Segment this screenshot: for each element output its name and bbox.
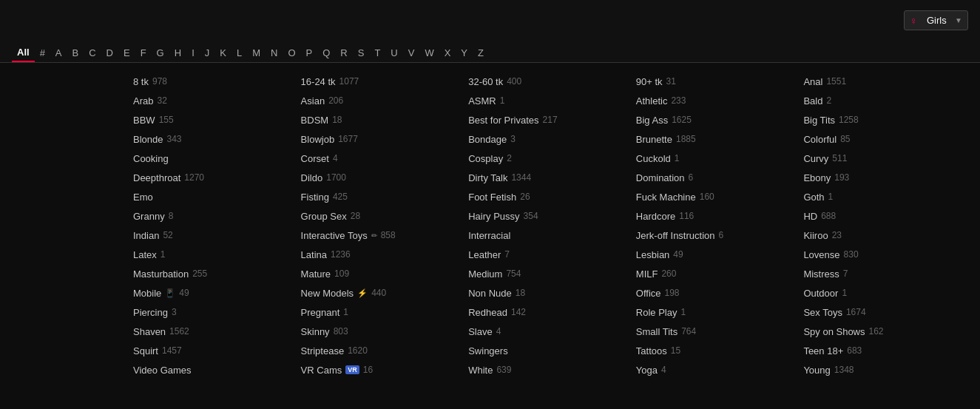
category-item[interactable]: Slave4 xyxy=(465,322,633,341)
category-item[interactable]: Arab32 xyxy=(130,91,298,110)
category-item[interactable]: Blowjob1677 xyxy=(298,129,466,149)
category-item[interactable]: Pregnant1 xyxy=(298,302,466,322)
category-item[interactable]: Blonde343 xyxy=(130,129,298,149)
alpha-nav-item-v[interactable]: V xyxy=(403,44,420,61)
alpha-nav-item-t[interactable]: T xyxy=(369,44,385,61)
alpha-nav-item-all[interactable]: All xyxy=(12,44,35,62)
category-item[interactable]: Latex1 xyxy=(130,245,298,264)
category-item[interactable]: Dildo1700 xyxy=(298,168,466,187)
category-item[interactable]: Asian206 xyxy=(298,91,466,110)
alpha-nav-item-g[interactable]: G xyxy=(152,44,169,61)
alpha-nav-item-z[interactable]: Z xyxy=(473,44,489,61)
category-item[interactable]: Mature109 xyxy=(298,264,466,283)
category-item[interactable]: Shaven1562 xyxy=(130,322,298,341)
category-item[interactable]: 16-24 tk1077 xyxy=(298,72,466,91)
category-item[interactable]: Hardcore116 xyxy=(633,206,801,226)
category-item[interactable]: Interracial xyxy=(465,226,633,245)
alpha-nav-item-b[interactable]: B xyxy=(67,44,84,61)
category-item[interactable]: 90+ tk31 xyxy=(633,72,801,91)
category-item[interactable]: Non Nude18 xyxy=(465,283,633,302)
category-item[interactable]: ASMR1 xyxy=(465,91,633,110)
category-item[interactable]: Anal1551 xyxy=(800,72,968,91)
category-item[interactable]: Medium754 xyxy=(465,264,633,283)
category-item[interactable]: Cosplay2 xyxy=(465,149,633,168)
category-item[interactable]: Skinny803 xyxy=(298,322,466,341)
category-item[interactable]: Video Games xyxy=(130,360,298,379)
alpha-nav-item-y[interactable]: Y xyxy=(456,44,473,61)
alpha-nav-item-w[interactable]: W xyxy=(419,44,439,61)
category-item[interactable]: 8 tk978 xyxy=(130,72,298,91)
category-item[interactable]: Big Ass1625 xyxy=(633,110,801,129)
alpha-nav-item-s[interactable]: S xyxy=(353,44,370,61)
category-item[interactable]: Bondage3 xyxy=(465,129,633,149)
alpha-nav-item-p[interactable]: P xyxy=(301,44,318,61)
category-item[interactable]: Outdoor1 xyxy=(800,283,968,302)
category-item[interactable]: Young1348 xyxy=(800,360,968,379)
category-item[interactable]: Emo xyxy=(130,187,298,206)
category-item[interactable]: Tattoos15 xyxy=(633,341,801,360)
category-item[interactable]: Ebony193 xyxy=(800,168,968,187)
category-item[interactable]: Mistress7 xyxy=(800,264,968,283)
category-item[interactable]: Latina1236 xyxy=(298,245,466,264)
category-item[interactable]: Group Sex28 xyxy=(298,206,466,226)
category-item[interactable]: MILF260 xyxy=(633,264,801,283)
alpha-nav-item-r[interactable]: R xyxy=(335,44,352,61)
category-item[interactable]: Teen 18+683 xyxy=(800,341,968,360)
category-item[interactable]: 32-60 tk400 xyxy=(465,72,633,91)
category-item[interactable]: Kiiroo23 xyxy=(800,226,968,245)
category-item[interactable]: Corset4 xyxy=(298,149,466,168)
alpha-nav-item-f[interactable]: F xyxy=(135,44,152,61)
alpha-nav-item-o[interactable]: O xyxy=(283,44,300,61)
category-item[interactable]: BDSM18 xyxy=(298,110,466,129)
alpha-nav-item-e[interactable]: E xyxy=(118,44,135,61)
category-item[interactable]: Big Tits1258 xyxy=(800,110,968,129)
category-item[interactable]: Cuckold1 xyxy=(633,149,801,168)
category-item[interactable]: Piercing3 xyxy=(130,302,298,322)
category-item[interactable]: Athletic233 xyxy=(633,91,801,110)
category-item[interactable]: White639 xyxy=(465,360,633,379)
category-item[interactable]: New Models⚡440 xyxy=(298,283,466,302)
alpha-nav-item-c[interactable]: C xyxy=(84,44,101,61)
category-item[interactable]: Dirty Talk1344 xyxy=(465,168,633,187)
category-item[interactable]: Colorful85 xyxy=(800,129,968,149)
category-item[interactable]: HD688 xyxy=(800,206,968,226)
alpha-nav-item-u[interactable]: U xyxy=(385,44,402,61)
category-item[interactable]: Fuck Machine160 xyxy=(633,187,801,206)
alpha-nav-item-i[interactable]: I xyxy=(186,44,200,61)
alpha-nav-item-a[interactable]: A xyxy=(50,44,67,61)
category-item[interactable]: Swingers xyxy=(465,341,633,360)
gender-select[interactable]: Girls xyxy=(904,10,968,30)
category-item[interactable]: Office198 xyxy=(633,283,801,302)
alpha-nav-item-x[interactable]: X xyxy=(439,44,456,61)
alpha-nav-item-n[interactable]: N xyxy=(266,44,283,61)
category-item[interactable]: Squirt1457 xyxy=(130,341,298,360)
category-item[interactable]: Masturbation255 xyxy=(130,264,298,283)
alpha-nav-item-q[interactable]: Q xyxy=(317,44,335,61)
category-item[interactable]: Foot Fetish26 xyxy=(465,187,633,206)
category-item[interactable]: Curvy511 xyxy=(800,149,968,168)
category-item[interactable]: Hairy Pussy354 xyxy=(465,206,633,226)
category-item[interactable]: VR CamsVR16 xyxy=(298,360,466,379)
category-item[interactable]: Lesbian49 xyxy=(633,245,801,264)
category-item[interactable]: Domination6 xyxy=(633,168,801,187)
category-item[interactable]: BBW155 xyxy=(130,110,298,129)
category-item[interactable]: Redhead142 xyxy=(465,302,633,322)
category-item[interactable]: Granny8 xyxy=(130,206,298,226)
alpha-nav-item-m[interactable]: M xyxy=(247,44,266,61)
alpha-nav-item-h[interactable]: H xyxy=(169,44,186,61)
alpha-nav-item-k[interactable]: K xyxy=(214,44,232,61)
category-item[interactable]: Bald2 xyxy=(800,91,968,110)
category-item[interactable]: Brunette1885 xyxy=(633,129,801,149)
alpha-nav-item-d[interactable]: D xyxy=(101,44,118,61)
category-item[interactable]: Deepthroat1270 xyxy=(130,168,298,187)
category-item[interactable]: Lovense830 xyxy=(800,245,968,264)
gender-selector[interactable]: ♀ Girls ▼ xyxy=(904,10,968,30)
category-item[interactable]: Best for Privates217 xyxy=(465,110,633,129)
category-item[interactable]: Small Tits764 xyxy=(633,322,801,341)
category-item[interactable]: Role Play1 xyxy=(633,302,801,322)
alpha-nav-item-j[interactable]: J xyxy=(200,44,215,61)
category-item[interactable]: Yoga4 xyxy=(633,360,801,379)
category-item[interactable]: Jerk-off Instruction6 xyxy=(633,226,801,245)
category-item[interactable]: Striptease1620 xyxy=(298,341,466,360)
category-item[interactable]: Cooking xyxy=(130,149,298,168)
